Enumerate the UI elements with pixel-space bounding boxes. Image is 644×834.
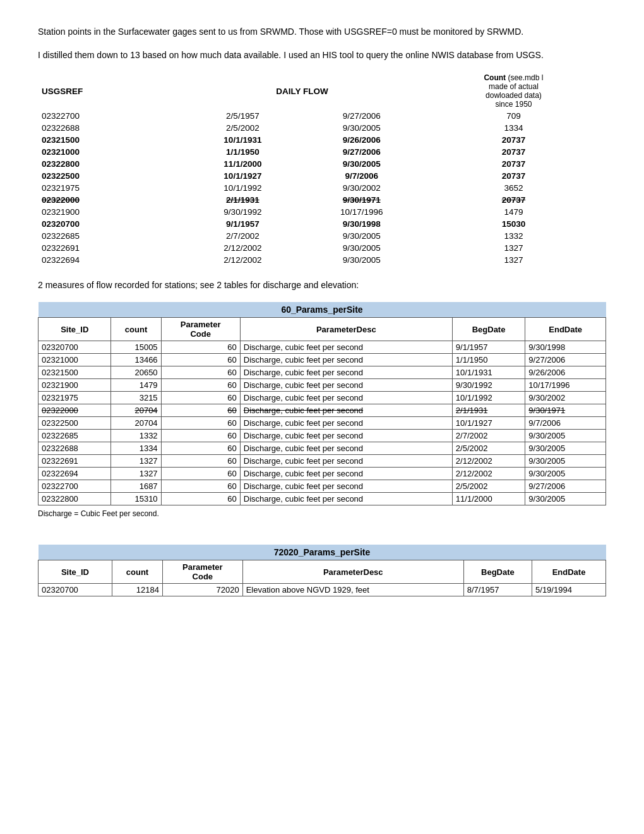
param-desc: Discharge, cubic feet per second [240, 392, 452, 404]
count: 15310 [111, 493, 161, 505]
flow-end: 9/30/2005 [302, 230, 421, 242]
flow-start: 1/1/1950 [183, 146, 302, 158]
col-end-date: EndDate [525, 318, 606, 341]
param-code: 60 [161, 468, 240, 480]
site-id: 02322694 [39, 468, 111, 480]
flow-table-row: 02322500 10/1/1927 9/7/2006 20737 [38, 170, 606, 182]
flow-usgsref: 02322800 [38, 158, 183, 170]
col-param-desc-2: ParameterDesc [242, 560, 463, 584]
flow-end: 9/30/2005 [302, 254, 421, 266]
param-code: 60 [161, 404, 240, 417]
flow-usgsref: 02322691 [38, 242, 183, 254]
beg-date: 1/1/1950 [452, 354, 525, 366]
flow-table-row: 02321975 10/1/1992 9/30/2002 3652 [38, 182, 606, 194]
count: 1327 [111, 455, 161, 468]
param-code: 60 [161, 417, 240, 430]
flow-start: 10/1/1931 [183, 134, 302, 146]
param-code: 60 [161, 442, 240, 455]
flow-start: 9/1/1957 [183, 218, 302, 230]
intro-para1: Station points in the Surfacewater gages… [38, 25, 606, 39]
flow-table-row: 02321000 1/1/1950 9/27/2006 20737 [38, 146, 606, 158]
table-row: 02320700 15005 60 Discharge, cubic feet … [39, 341, 606, 354]
site-id: 02320700 [39, 341, 111, 354]
param-desc: Discharge, cubic feet per second [240, 366, 452, 379]
flow-count: 20737 [421, 134, 606, 146]
param-desc: Discharge, cubic feet per second [240, 455, 452, 468]
flow-start: 2/12/2002 [183, 242, 302, 254]
flow-start: 10/1/1992 [183, 182, 302, 194]
section-label: 2 measures of flow recorded for stations… [38, 279, 606, 292]
flow-end: 9/26/2006 [302, 134, 421, 146]
flow-usgsref: 02322688 [38, 122, 183, 134]
col-site-id-2: Site_ID [39, 560, 112, 584]
count: 20704 [111, 417, 161, 430]
flow-table-row: 02320700 9/1/1957 9/30/1998 15030 [38, 218, 606, 230]
flow-count: 3652 [421, 182, 606, 194]
col-count-header: Count (see.mdb lmade of actualdowloaded … [421, 72, 606, 110]
flow-table-row: 02321900 9/30/1992 10/17/1996 1479 [38, 206, 606, 218]
end-date: 9/30/2005 [525, 468, 606, 480]
flow-usgsref: 02322500 [38, 170, 183, 182]
col-count: count [111, 318, 161, 341]
col-end-date-2: EndDate [532, 560, 606, 584]
table-row: 02322700 1687 60 Discharge, cubic feet p… [39, 480, 606, 493]
param-code: 72020 [163, 584, 243, 596]
flow-start: 2/7/2002 [183, 230, 302, 242]
beg-date: 2/12/2002 [452, 468, 525, 480]
beg-date: 10/1/1931 [452, 366, 525, 379]
param-desc: Discharge, cubic feet per second [240, 442, 452, 455]
beg-date: 11/1/2000 [452, 493, 525, 505]
beg-date: 8/7/1957 [463, 584, 532, 596]
beg-date: 2/7/2002 [452, 430, 525, 442]
count: 13466 [111, 354, 161, 366]
flow-end: 9/27/2006 [302, 146, 421, 158]
table-row: 02320700 12184 72020 Elevation above NGV… [39, 584, 606, 596]
flow-end: 9/30/2005 [302, 242, 421, 254]
flow-usgsref: 02322685 [38, 230, 183, 242]
flow-table-row: 02322685 2/7/2002 9/30/2005 1332 [38, 230, 606, 242]
flow-end: 9/30/1998 [302, 218, 421, 230]
end-date: 9/30/1971 [525, 404, 606, 417]
flow-table-row: 02321500 10/1/1931 9/26/2006 20737 [38, 134, 606, 146]
flow-start: 2/5/1957 [183, 110, 302, 122]
table-row: 02321000 13466 60 Discharge, cubic feet … [39, 354, 606, 366]
end-date: 9/30/1998 [525, 341, 606, 354]
flow-count: 1334 [421, 122, 606, 134]
flow-end: 9/7/2006 [302, 170, 421, 182]
end-date: 9/30/2005 [525, 493, 606, 505]
param-code: 60 [161, 455, 240, 468]
table-60-params: 60_Params_perSite Site_ID count Paramete… [38, 302, 606, 505]
site-id: 02321975 [39, 392, 111, 404]
count: 3215 [111, 392, 161, 404]
param-code: 60 [161, 392, 240, 404]
site-id: 02321000 [39, 354, 111, 366]
param-desc: Elevation above NGVD 1929, feet [242, 584, 463, 596]
flow-end: 9/30/2002 [302, 182, 421, 194]
col-daily-flow: DAILY FLOW [183, 72, 421, 110]
table-row: 02322800 15310 60 Discharge, cubic feet … [39, 493, 606, 505]
param-desc: Discharge, cubic feet per second [240, 341, 452, 354]
flow-end: 9/30/2005 [302, 158, 421, 170]
count: 1334 [111, 442, 161, 455]
flow-usgsref: 02321000 [38, 146, 183, 158]
param-code: 60 [161, 366, 240, 379]
flow-table-row: 02322000 2/1/1931 9/30/1971 20737 [38, 194, 606, 206]
param-code: 60 [161, 354, 240, 366]
col-param-desc: ParameterDesc [240, 318, 452, 341]
site-id: 02322800 [39, 493, 111, 505]
flow-count: 1327 [421, 242, 606, 254]
end-date: 9/27/2006 [525, 480, 606, 493]
param-code: 60 [161, 493, 240, 505]
flow-usgsref: 02321900 [38, 206, 183, 218]
flow-table-row: 02322688 2/5/2002 9/30/2005 1334 [38, 122, 606, 134]
end-date: 9/26/2006 [525, 366, 606, 379]
flow-start: 9/30/1992 [183, 206, 302, 218]
flow-count: 1327 [421, 254, 606, 266]
col-site-id: Site_ID [39, 318, 111, 341]
beg-date: 2/12/2002 [452, 455, 525, 468]
count: 1687 [111, 480, 161, 493]
flow-count: 20737 [421, 194, 606, 206]
site-id: 02322691 [39, 455, 111, 468]
table-row: 02322500 20704 60 Discharge, cubic feet … [39, 417, 606, 430]
col-beg-date-2: BegDate [463, 560, 532, 584]
